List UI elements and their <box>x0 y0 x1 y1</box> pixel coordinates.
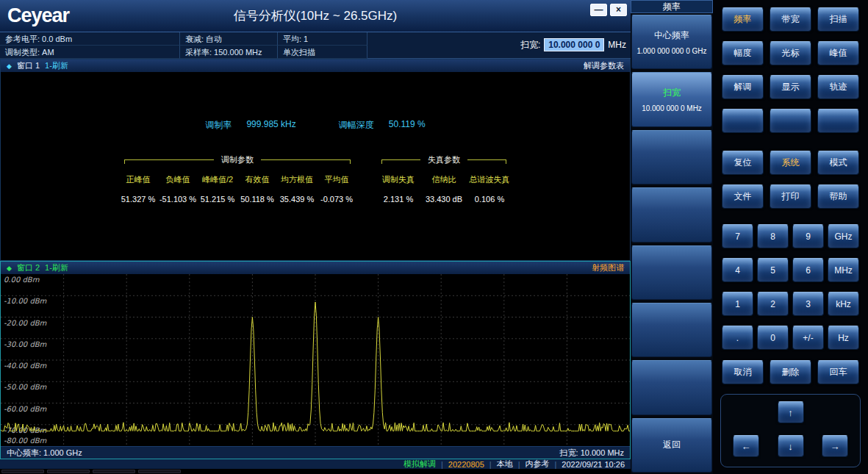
svg-text:-50.00 dBm: -50.00 dBm <box>4 383 47 391</box>
key-9[interactable]: 9 <box>792 224 824 248</box>
softkey-center-freq[interactable]: 中心频率 1.000 000 000 0 GHz <box>631 15 712 69</box>
key-0[interactable]: 0 <box>757 326 789 350</box>
signal-analyzer-app: Ceyear 信号分析仪(10Hz ~ 26.5GHz) — × 参考电平: 0… <box>0 0 868 474</box>
app-title: 信号分析仪(10Hz ~ 26.5GHz) <box>0 7 631 24</box>
key-sweep[interactable]: 扫描 <box>817 7 859 32</box>
attenuation-field[interactable]: 衰减: 自动 <box>180 32 278 46</box>
key-blank-1[interactable] <box>722 109 764 133</box>
key-trace[interactable]: 轨迹 <box>817 75 859 99</box>
key-amplitude[interactable]: 幅度 <box>722 41 764 65</box>
ref-level-field[interactable]: 参考电平: 0.0 dBm <box>0 32 180 46</box>
window1-marker-icon: ◆ <box>7 62 12 70</box>
param-column-pk-pk-half: 峰峰值/2 51.215 % <box>198 174 237 204</box>
sweep-mode-field[interactable]: 单次扫描 <box>278 46 367 59</box>
key-decimal[interactable]: . <box>722 326 753 350</box>
window2-view-selector[interactable]: 射频图谱 <box>592 262 624 273</box>
key-unit-hz[interactable]: Hz <box>828 326 859 350</box>
status-control-mode: 本地 <box>497 459 513 470</box>
softkey-span[interactable]: 扫宽 10.000 000 0 MHz <box>631 72 712 126</box>
window1-view-selector[interactable]: 解调参数表 <box>584 60 624 71</box>
param-column-mean-square: 均方根值 35.439 % <box>277 174 317 204</box>
param-column-mod-distortion: 调制失真 2.131 % <box>376 174 421 204</box>
softkey-blank-3[interactable] <box>631 245 712 300</box>
window2-title: 窗口 2 <box>17 262 40 273</box>
distortion-group-label: 失真参数 <box>420 154 467 165</box>
distortion-params-group: 失真参数 调制失真 2.131 % 信纳比 33.430 dB <box>376 154 512 204</box>
mod-type-field[interactable]: 调制类型: AM <box>0 46 180 59</box>
taskbar-tab[interactable] <box>47 470 90 473</box>
taskbar-tab[interactable] <box>93 470 135 473</box>
key-display[interactable]: 显示 <box>770 75 811 99</box>
window2-header[interactable]: ◆ 窗口 2 1-刷新 射频图谱 <box>1 262 630 274</box>
spectrum-plot[interactable]: 0.00 dBm-10.00 dBm-20.00 dBm-30.00 dBm-4… <box>1 274 630 446</box>
title-bar: Ceyear 信号分析仪(10Hz ~ 26.5GHz) — × <box>0 0 631 32</box>
average-field[interactable]: 平均: 1 <box>278 32 367 46</box>
key-blank-3[interactable] <box>817 109 859 133</box>
softkey-blank-1[interactable] <box>631 130 712 184</box>
key-print[interactable]: 打印 <box>770 184 811 209</box>
arrow-up-key[interactable]: ↑ <box>778 401 804 423</box>
window2-marker-icon: ◆ <box>7 265 12 272</box>
sweep-entry-control: 扫宽: 10.000 000 0 MHz <box>520 38 626 51</box>
status-separator: | <box>489 460 492 469</box>
key-3[interactable]: 3 <box>792 292 824 316</box>
key-unit-mhz[interactable]: MHz <box>828 258 859 282</box>
sample-rate-field[interactable]: 采样率: 150.000 MHz <box>180 46 278 59</box>
key-preset[interactable]: 复位 <box>722 151 764 175</box>
status-reference: 内参考 <box>526 459 550 470</box>
key-6[interactable]: 6 <box>792 258 824 282</box>
key-enter[interactable]: 回车 <box>817 360 859 384</box>
key-marker[interactable]: 光标 <box>770 41 811 65</box>
mod-params-group-label: 调制参数 <box>214 154 261 165</box>
mod-depth-item: 调幅深度 50.119 % <box>339 119 426 132</box>
key-5[interactable]: 5 <box>757 258 789 282</box>
mod-rate-item: 调制率 999.985 kHz <box>205 119 295 132</box>
status-bar: 模拟解调 | 20220805 | 本地 | 内参考 | 2022/09/21 … <box>0 459 631 469</box>
mod-depth-label: 调幅深度 <box>339 119 374 132</box>
window1-header[interactable]: ◆ 窗口 1 1-刷新 解调参数表 <box>1 60 630 72</box>
status-separator: | <box>518 460 520 469</box>
key-frequency[interactable]: 频率 <box>722 7 764 32</box>
key-mode[interactable]: 模式 <box>817 151 859 175</box>
key-demod[interactable]: 解调 <box>722 75 764 99</box>
key-unit-ghz[interactable]: GHz <box>828 224 859 248</box>
close-button[interactable]: × <box>610 4 627 16</box>
key-system[interactable]: 系统 <box>770 151 811 175</box>
arrow-right-key[interactable]: → <box>822 435 848 457</box>
softkey-back[interactable]: 返回 <box>631 418 712 473</box>
key-file[interactable]: 文件 <box>722 184 764 209</box>
minimize-button[interactable]: — <box>590 4 607 16</box>
sweep-entry-unit: MHz <box>608 40 626 50</box>
key-blank-2[interactable] <box>770 109 811 133</box>
key-delete[interactable]: 删除 <box>770 360 811 384</box>
key-bandwidth[interactable]: 带宽 <box>770 7 811 32</box>
taskbar-tab[interactable] <box>138 470 181 473</box>
window-controls: — × <box>590 4 627 16</box>
key-2[interactable]: 2 <box>757 292 789 316</box>
hardware-keypad: 频率 带宽 扫描 幅度 光标 峰值 解调 显示 轨迹 复位 系统 模式 文件 打… <box>713 0 868 474</box>
ceyear-logo: Ceyear <box>7 4 69 27</box>
sweep-input[interactable]: 10.000 000 0 <box>544 38 604 51</box>
softkey-blank-5[interactable] <box>631 360 712 414</box>
key-plus-minus[interactable]: +/- <box>792 326 824 350</box>
key-peak[interactable]: 峰值 <box>817 41 859 65</box>
softkey-menu: 频率 中心频率 1.000 000 000 0 GHz 扫宽 10.000 00… <box>631 0 713 474</box>
arrow-left-key[interactable]: ← <box>733 435 759 457</box>
key-4[interactable]: 4 <box>722 258 753 282</box>
softkey-blank-2[interactable] <box>631 187 712 242</box>
arrow-down-key[interactable]: ↓ <box>778 435 804 457</box>
key-cancel[interactable]: 取消 <box>722 360 764 384</box>
key-1[interactable]: 1 <box>722 292 753 316</box>
distortion-params-bracket: 失真参数 <box>376 154 512 165</box>
status-datetime: 2022/09/21 10:26 <box>562 460 625 469</box>
spectrum-footer: 中心频率: 1.000 GHz 扫宽: 10.000 MHz <box>1 446 630 459</box>
softkey-blank-4[interactable] <box>631 303 712 357</box>
key-help[interactable]: 帮助 <box>817 184 859 209</box>
taskbar-tab[interactable] <box>1 470 44 473</box>
key-8[interactable]: 8 <box>757 224 789 248</box>
key-unit-khz[interactable]: kHz <box>828 292 859 316</box>
status-separator: | <box>441 460 443 469</box>
key-7[interactable]: 7 <box>722 224 753 248</box>
mod-params-group: 调制参数 正峰值 51.327 % 负峰值 -51.103 % <box>118 154 356 204</box>
svg-text:-60.00 dBm: -60.00 dBm <box>4 405 47 413</box>
